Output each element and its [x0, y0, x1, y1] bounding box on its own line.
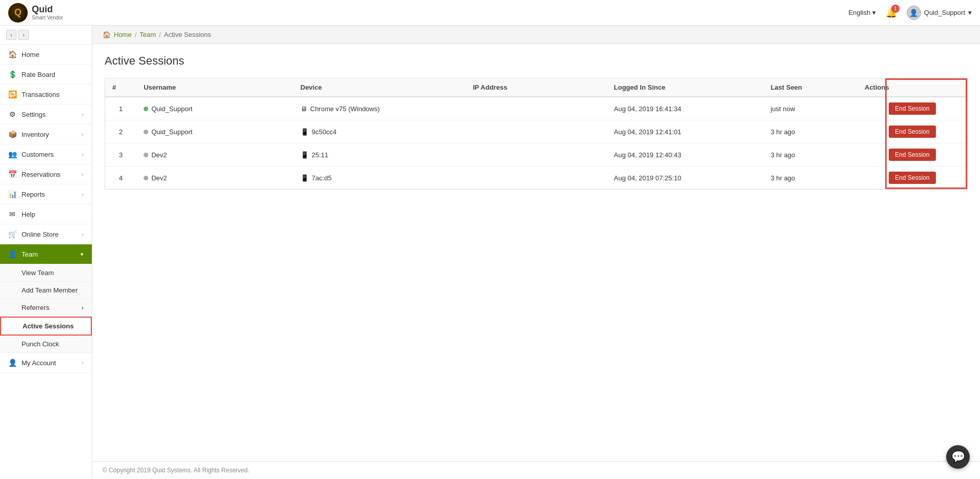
- sidebar-item-home[interactable]: 🏠 Home: [0, 45, 92, 65]
- table-row: 2 Quid_Support 📱9c50cc4 Aug 04, 2019 12:…: [105, 120, 967, 143]
- cell-ip: [466, 120, 607, 143]
- sidebar-item-label: Team: [22, 251, 38, 258]
- online-store-icon: 🛒: [8, 230, 16, 238]
- cell-device: 📱25:11: [293, 143, 466, 166]
- cell-last-seen: 3 hr ago: [764, 120, 857, 143]
- chevron-right-icon: ›: [82, 111, 84, 117]
- logo-text: Quid Smart Vendor: [32, 5, 63, 20]
- breadcrumb-team-link[interactable]: Team: [139, 31, 156, 38]
- cell-actions: End Session: [857, 166, 967, 190]
- end-session-button[interactable]: End Session: [889, 102, 935, 115]
- cell-logged-in-since: Aug 04, 2019 16:41:34: [607, 97, 764, 120]
- end-session-button[interactable]: End Session: [889, 126, 935, 138]
- team-icon: 👤: [8, 250, 16, 258]
- sidebar-item-rate-board[interactable]: 💲 Rate Board: [0, 65, 92, 85]
- col-header-last-seen: Last Seen: [764, 78, 857, 97]
- col-header-ip: IP Address: [466, 78, 607, 97]
- sidebar-item-team[interactable]: 👤 Team ▾: [0, 244, 92, 264]
- logo-icon: Q: [8, 3, 28, 23]
- device-icon: 🖥: [301, 105, 307, 113]
- sidebar-item-label: Online Store: [22, 231, 58, 238]
- sidebar-item-customers[interactable]: 👥 Customers ›: [0, 144, 92, 164]
- device-icon: 📱: [301, 128, 309, 136]
- sidebar: ‹ › 🏠 Home 💲 Rate Board 🔁 Transactions ⚙: [0, 26, 92, 479]
- cell-logged-in-since: Aug 04, 2019 12:41:01: [607, 120, 764, 143]
- submenu-item-active-sessions[interactable]: Active Sessions: [0, 317, 92, 336]
- inventory-icon: 📦: [8, 130, 16, 138]
- sidebar-item-online-store[interactable]: 🛒 Online Store ›: [0, 224, 92, 244]
- cell-last-seen: just now: [764, 97, 857, 120]
- cell-device: 📱7ac:d5: [293, 166, 466, 190]
- sidebar-item-settings[interactable]: ⚙ Settings ›: [0, 105, 92, 124]
- cell-username: Quid_Support: [136, 120, 293, 143]
- submenu-item-referrers[interactable]: Referrers ›: [0, 299, 92, 317]
- col-header-num: #: [105, 78, 136, 97]
- sidebar-item-reports[interactable]: 📊 Reports ›: [0, 184, 92, 204]
- sidebar-item-transactions[interactable]: 🔁 Transactions: [0, 85, 92, 105]
- main-content: 🏠 Home / Team / Active Sessions Active S…: [92, 26, 980, 479]
- sidebar-item-help[interactable]: ✉ Help: [0, 204, 92, 224]
- cell-logged-in-since: Aug 04, 2019 12:40:43: [607, 143, 764, 166]
- breadcrumb-current: Active Sessions: [164, 31, 211, 38]
- col-header-logged-in: Logged In Since: [607, 78, 764, 97]
- header-right: English ▾ 🔔 1 👤 Quid_Support ▾: [849, 6, 972, 20]
- sidebar-item-label: Help: [22, 211, 35, 218]
- cell-ip: [466, 166, 607, 190]
- sidebar-item-label: Inventory: [22, 131, 49, 138]
- breadcrumb-home-link[interactable]: Home: [114, 31, 132, 38]
- sidebar-item-my-account[interactable]: 👤 My Account ›: [0, 353, 92, 373]
- sessions-table-wrapper: # Username Device IP Address Logged In S…: [105, 78, 968, 190]
- cell-device: 📱9c50cc4: [293, 120, 466, 143]
- cell-actions: End Session: [857, 97, 967, 120]
- table-row: 3 Dev2 📱25:11 Aug 04, 2019 12:40:43 3 hr…: [105, 143, 967, 166]
- breadcrumb: 🏠 Home / Team / Active Sessions: [92, 26, 980, 44]
- user-name: Quid_Support: [924, 9, 965, 16]
- status-dot: [144, 107, 148, 111]
- sidebar-item-reservations[interactable]: 📅 Reservations ›: [0, 164, 92, 184]
- cell-num: 4: [105, 166, 136, 190]
- sidebar-nav: 🏠 Home 💲 Rate Board 🔁 Transactions ⚙ Set…: [0, 45, 92, 373]
- settings-icon: ⚙: [8, 110, 16, 118]
- footer: © Copyright 2019 Quid Systems. All Right…: [92, 461, 980, 479]
- reservations-icon: 📅: [8, 170, 16, 178]
- collapse-right-button[interactable]: ›: [18, 30, 29, 40]
- cell-num: 2: [105, 120, 136, 143]
- cell-device: 🖥Chrome v75 (Windows): [293, 97, 466, 120]
- cell-username: Quid_Support: [136, 97, 293, 120]
- table-row: 1 Quid_Support 🖥Chrome v75 (Windows) Aug…: [105, 97, 967, 120]
- sidebar-item-label: Home: [22, 51, 39, 58]
- cell-actions: End Session: [857, 120, 967, 143]
- sidebar-collapse-controls: ‹ ›: [0, 26, 92, 45]
- sidebar-item-label: Reservations: [22, 171, 61, 178]
- sidebar-item-label: Customers: [22, 151, 54, 158]
- notifications-button[interactable]: 🔔 1: [884, 6, 898, 20]
- cell-num: 1: [105, 97, 136, 120]
- chevron-down-icon: ▾: [81, 251, 84, 258]
- language-selector[interactable]: English ▾: [849, 9, 876, 16]
- cell-username: Dev2: [136, 166, 293, 190]
- submenu-item-add-team-member[interactable]: Add Team Member: [0, 282, 92, 299]
- sidebar-item-inventory[interactable]: 📦 Inventory ›: [0, 124, 92, 144]
- breadcrumb-separator: /: [135, 31, 137, 38]
- top-header: Q Quid Smart Vendor English ▾ 🔔 1 👤 Quid…: [0, 0, 980, 26]
- rate-board-icon: 💲: [8, 70, 16, 78]
- chevron-right-icon: ›: [82, 360, 84, 366]
- footer-copyright: © Copyright 2019 Quid Systems. All Right…: [103, 467, 249, 474]
- chat-bubble-button[interactable]: 💬: [946, 445, 970, 469]
- sessions-table: # Username Device IP Address Logged In S…: [105, 78, 967, 189]
- cell-last-seen: 3 hr ago: [764, 143, 857, 166]
- end-session-button[interactable]: End Session: [889, 172, 935, 184]
- submenu-item-view-team[interactable]: View Team: [0, 264, 92, 282]
- my-account-icon: 👤: [8, 359, 16, 367]
- chevron-right-icon: ›: [82, 151, 84, 157]
- logo-area: Q Quid Smart Vendor: [8, 3, 63, 23]
- table-body: 1 Quid_Support 🖥Chrome v75 (Windows) Aug…: [105, 97, 967, 189]
- submenu-item-punch-clock[interactable]: Punch Clock: [0, 336, 92, 353]
- collapse-left-button[interactable]: ‹: [6, 30, 16, 40]
- user-menu-button[interactable]: 👤 Quid_Support ▾: [907, 6, 972, 20]
- sidebar-item-label: My Account: [22, 359, 56, 367]
- user-avatar: 👤: [907, 6, 921, 20]
- end-session-button[interactable]: End Session: [889, 149, 935, 161]
- reports-icon: 📊: [8, 190, 16, 198]
- logo-subtitle: Smart Vendor: [32, 15, 63, 20]
